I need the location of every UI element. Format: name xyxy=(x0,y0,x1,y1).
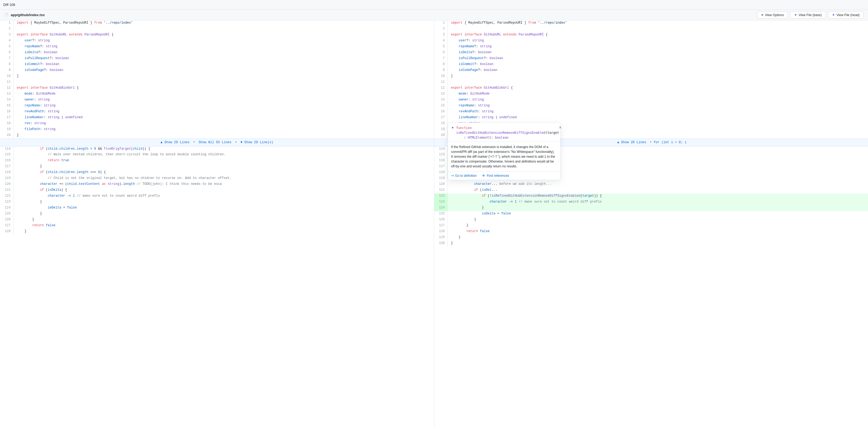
line-number: 115 xyxy=(434,152,448,158)
line-code: character -= 1 // make sure not to count… xyxy=(448,200,868,205)
line-number: 125 xyxy=(0,211,13,217)
line-code: } xyxy=(448,205,868,211)
line-code: lineNumber: string | undefined xyxy=(448,115,868,121)
go-to-definition-action[interactable]: ↪ Go to definition xyxy=(451,174,477,178)
line-code xyxy=(13,26,434,32)
table-row: 17 lineNumber: string | undefined xyxy=(434,115,868,121)
line-code: } xyxy=(448,223,868,229)
line-code: lineNumber: string | undefined xyxy=(13,115,434,121)
tooltip-close-button[interactable]: × xyxy=(559,125,561,130)
file-icon: 📄 xyxy=(4,13,9,17)
line-number: 8 xyxy=(434,62,448,68)
table-row: 5 repoName?: string xyxy=(434,44,868,50)
table-row: 8 isCommit?: boolean xyxy=(0,62,434,68)
tooltip-footer: ↪ Go to definition 👁 Find references xyxy=(448,172,560,180)
table-row: 130 } xyxy=(434,241,868,247)
table-row-added: 123 character -= 1 // make sure not to c… xyxy=(434,200,868,205)
line-number: 13 xyxy=(0,91,13,97)
line-code: } xyxy=(13,217,434,223)
line-number: 119 xyxy=(0,176,13,182)
table-row: 10 } xyxy=(434,73,868,80)
table-row: 20 } xyxy=(0,133,434,139)
line-number: 2 xyxy=(434,26,448,32)
line-number: 121 xyxy=(434,187,448,193)
line-number: 114 xyxy=(434,146,448,152)
show-all-link[interactable]: Show All 93 Lines xyxy=(198,141,231,144)
line-number: 123 xyxy=(0,200,13,205)
line-number: 115 xyxy=(0,152,13,158)
line-number: 117 xyxy=(0,164,13,170)
line-number: 1 xyxy=(434,21,448,26)
line-number: 126 xyxy=(434,217,448,223)
line-number: 19 xyxy=(0,127,13,133)
tooltip-refined-icon: ✦ xyxy=(451,126,454,130)
show-before-link-right[interactable]: ▲ Show 20 Lines xyxy=(617,141,646,144)
tooltip-header: ✦ function isRefinedGitHubExtensionRemov… xyxy=(448,123,560,142)
line-code: filePath: string xyxy=(13,127,434,133)
line-number: 16 xyxy=(0,109,13,115)
line-number: 18 xyxy=(434,121,448,127)
table-row: 4 user?: string xyxy=(434,38,868,44)
file-name: app/github/index.tsx xyxy=(11,13,44,17)
table-row: 123 } xyxy=(0,200,434,205)
right-pane: 1 import { MaybeDiffSpec, ParsedRepoURI … xyxy=(434,21,868,428)
table-row: 15 repoName: string xyxy=(434,103,868,109)
show-before-link[interactable]: ▲ Show 20 Lines xyxy=(161,141,190,144)
line-number: 12 xyxy=(0,86,13,91)
line-number: 122 xyxy=(434,193,448,200)
line-code: character += (child.textContent as strin… xyxy=(13,182,434,187)
line-number: 128 xyxy=(434,229,448,235)
view-file-head-button[interactable]: ✦ View File (head) xyxy=(828,11,864,19)
table-row: 118 if (child.children.length === 0) { xyxy=(0,170,434,176)
line-number: 5 xyxy=(0,44,13,50)
table-row: 129 } xyxy=(434,235,868,241)
tooltip-description: If the Refined GitHub extension is insta… xyxy=(448,142,560,172)
table-row: 114 if (child.children.length > 0 && fin… xyxy=(0,146,434,152)
file-header: 📄 app/github/index.tsx ≡ View Options ✦ … xyxy=(0,10,868,21)
line-number: 20 xyxy=(434,133,448,139)
line-code: } xyxy=(448,73,868,80)
line-number: 17 xyxy=(434,115,448,121)
table-row: 9 isCodePage?: boolean xyxy=(0,68,434,73)
line-code: isDelta?: boolean xyxy=(448,50,868,56)
table-row: 3 export interface GitHubURL extends Par… xyxy=(0,32,434,38)
table-row: 14 owner: string xyxy=(434,97,868,103)
line-number: 20 xyxy=(0,133,13,139)
line-code: isCodePage?: boolean xyxy=(448,68,868,73)
line-code: return false xyxy=(448,229,868,235)
refined-star-icon: ✦ xyxy=(794,13,797,17)
line-number: 4 xyxy=(0,38,13,44)
line-code: } xyxy=(448,241,868,247)
line-number: 116 xyxy=(434,158,448,164)
line-number: 128 xyxy=(0,229,13,235)
line-code: if (child.children.length === 0) { xyxy=(13,170,434,176)
table-row: 115 // Walk over nested children, then s… xyxy=(0,152,434,158)
line-number: 12 xyxy=(434,86,448,91)
line-number: 116 xyxy=(0,158,13,164)
menu-icon: ≡ xyxy=(762,13,764,17)
line-number: 123 xyxy=(434,200,448,205)
find-references-action[interactable]: 👁 Find references xyxy=(482,174,509,178)
line-code: } xyxy=(13,211,434,217)
line-code: character... before we add its length... xyxy=(448,182,868,187)
line-code: } xyxy=(13,73,434,80)
line-code: isDelta = false xyxy=(448,211,868,217)
line-code: import { MaybeDiffSpec, ParsedRepoURI } … xyxy=(13,21,434,26)
show-after-link[interactable]: ▼ Show 20 Line(s) xyxy=(240,141,273,144)
table-row: 127 } xyxy=(434,223,868,229)
view-options-button[interactable]: ≡ View Options xyxy=(757,11,788,19)
table-row-added: 124 } xyxy=(434,205,868,211)
line-code: // Child is not the original target, but… xyxy=(13,176,434,182)
table-row: 120 character += (child.textContent as s… xyxy=(0,182,434,187)
table-row: 16 revAndPath: string xyxy=(434,109,868,115)
top-bar-title: Diff 108 xyxy=(3,3,15,7)
line-code: repoName?: string xyxy=(13,44,434,50)
line-code: user?: string xyxy=(448,38,868,44)
table-row: 7 isPullRequest?: boolean xyxy=(0,56,434,62)
table-row: 8 isCommit?: boolean xyxy=(434,62,868,68)
table-row: 117 } xyxy=(0,164,434,170)
line-number: 17 xyxy=(0,115,13,121)
line-number: 126 xyxy=(0,217,13,223)
table-row: 6 isDelta?: boolean xyxy=(434,50,868,56)
view-file-base-button[interactable]: ✦ View File (base) xyxy=(790,11,826,19)
